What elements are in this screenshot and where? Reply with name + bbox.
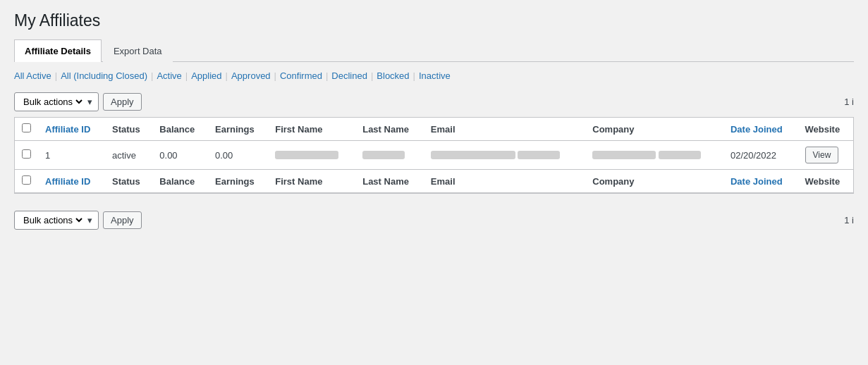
col-email: Email xyxy=(424,118,585,141)
col-company: Company xyxy=(585,118,723,141)
chevron-down-icon: ▾ xyxy=(87,97,92,107)
company-blurred-2 xyxy=(659,151,701,159)
footer-col-first-name: First Name xyxy=(268,170,355,193)
cell-earnings: 0.00 xyxy=(208,141,268,170)
table-row: 1 active 0.00 0.00 xyxy=(15,141,853,170)
bottom-bulk-select[interactable]: Bulk actions Delete xyxy=(20,214,85,226)
page-title: My Affiliates xyxy=(14,11,854,30)
cell-date-joined: 02/20/2022 xyxy=(723,141,798,170)
filter-confirmed[interactable]: Confirmed xyxy=(280,70,322,81)
filter-all-including-closed[interactable]: All (Including Closed) xyxy=(61,70,147,81)
top-bulk-bar: Bulk actions Delete ▾ Apply 1 i xyxy=(14,87,854,117)
footer-col-email: Email xyxy=(424,170,585,193)
col-status: Status xyxy=(105,118,152,141)
email-blurred xyxy=(431,151,515,159)
filter-inactive[interactable]: Inactive xyxy=(419,70,451,81)
footer-col-earnings: Earnings xyxy=(208,170,268,193)
cell-email xyxy=(424,141,585,170)
select-all-checkbox[interactable] xyxy=(22,123,31,132)
affiliates-table: Affiliate ID Status Balance Earnings Fir… xyxy=(15,118,853,193)
filter-links: All Active | All (Including Closed) | Ac… xyxy=(14,70,854,81)
col-last-name: Last Name xyxy=(355,118,424,141)
cell-company xyxy=(585,141,723,170)
footer-checkbox-col xyxy=(15,170,38,193)
footer-col-company: Company xyxy=(585,170,723,193)
col-website: Website xyxy=(798,118,854,141)
view-button[interactable]: View xyxy=(805,147,839,163)
bottom-apply-button[interactable]: Apply xyxy=(103,211,142,229)
footer-col-balance: Balance xyxy=(152,170,208,193)
row-checkbox-col xyxy=(15,141,38,170)
top-apply-button[interactable]: Apply xyxy=(103,93,142,111)
cell-website: View xyxy=(798,141,854,170)
top-count: 1 i xyxy=(844,97,854,107)
footer-col-website: Website xyxy=(798,170,854,193)
email-blurred-2 xyxy=(518,151,560,159)
footer-col-status: Status xyxy=(105,170,152,193)
filter-active[interactable]: Active xyxy=(157,70,181,81)
footer-col-date-joined[interactable]: Date Joined xyxy=(723,170,798,193)
top-bulk-select[interactable]: Bulk actions Delete xyxy=(20,96,85,108)
chevron-down-icon-bottom: ▾ xyxy=(87,215,92,225)
filter-all-active[interactable]: All Active xyxy=(14,70,51,81)
row-checkbox[interactable] xyxy=(22,149,31,159)
footer-select-all-checkbox[interactable] xyxy=(22,175,31,185)
header-checkbox-col xyxy=(15,118,38,141)
filter-applied[interactable]: Applied xyxy=(191,70,221,81)
filter-declined[interactable]: Declined xyxy=(331,70,367,81)
last-name-blurred xyxy=(362,151,405,159)
tab-affiliate-details[interactable]: Affiliate Details xyxy=(14,39,102,62)
col-affiliate-id[interactable]: Affiliate ID xyxy=(38,118,105,141)
footer-col-last-name: Last Name xyxy=(355,170,424,193)
cell-balance: 0.00 xyxy=(152,141,208,170)
cell-affiliate-id: 1 xyxy=(38,141,105,170)
cell-last-name xyxy=(355,141,424,170)
tab-export-data[interactable]: Export Data xyxy=(103,39,173,62)
tabs-row: Affiliate Details Export Data xyxy=(14,39,854,62)
affiliates-table-wrapper: Affiliate ID Status Balance Earnings Fir… xyxy=(14,117,854,194)
bottom-bulk-bar: Bulk actions Delete ▾ Apply 1 i xyxy=(14,205,854,235)
top-bulk-select-wrapper[interactable]: Bulk actions Delete ▾ xyxy=(14,92,99,111)
table-header-row: Affiliate ID Status Balance Earnings Fir… xyxy=(15,118,853,141)
first-name-blurred xyxy=(275,151,338,159)
col-balance: Balance xyxy=(152,118,208,141)
cell-status: active xyxy=(105,141,152,170)
col-earnings: Earnings xyxy=(208,118,268,141)
table-footer-row: Affiliate ID Status Balance Earnings Fir… xyxy=(15,170,853,193)
company-blurred xyxy=(592,151,656,159)
footer-col-affiliate-id[interactable]: Affiliate ID xyxy=(38,170,105,193)
col-date-joined[interactable]: Date Joined xyxy=(723,118,798,141)
filter-blocked[interactable]: Blocked xyxy=(377,70,409,81)
bottom-bulk-select-wrapper[interactable]: Bulk actions Delete ▾ xyxy=(14,211,99,230)
cell-first-name xyxy=(268,141,355,170)
filter-approved[interactable]: Approved xyxy=(231,70,271,81)
bottom-count: 1 i xyxy=(844,215,854,225)
col-first-name: First Name xyxy=(268,118,355,141)
